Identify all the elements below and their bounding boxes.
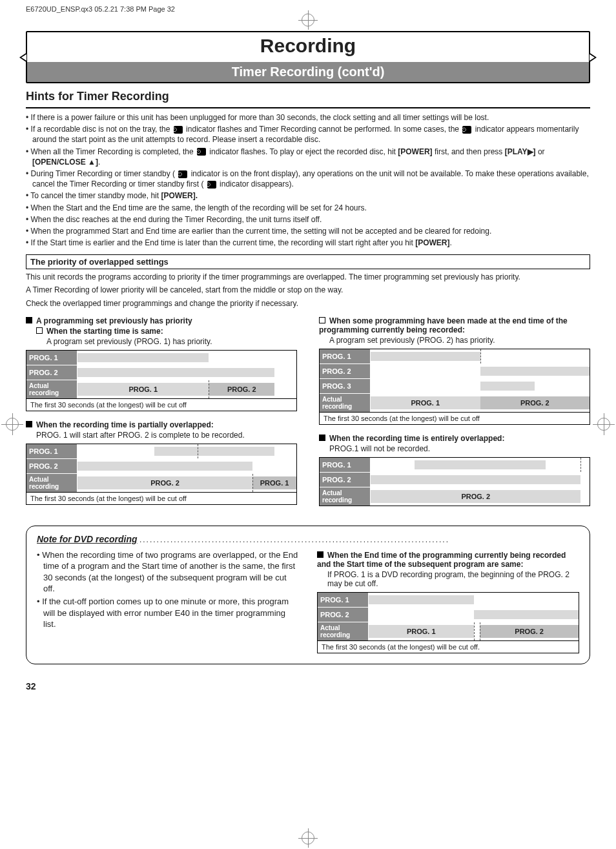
diagram-a: PROG. 1 PROG. 2 Actual recording PROG. 1… <box>26 350 297 411</box>
case-text-a: A program set previously (PROG. 1) has p… <box>46 337 297 346</box>
timer-icon: ⏲ <box>197 148 206 156</box>
hint-item: When all the Timer Recording is complete… <box>26 147 590 167</box>
case-head-c: When the recording time is partially ove… <box>26 420 297 429</box>
filled-square-icon <box>26 421 32 427</box>
hint-item: When the programmed Start and End time a… <box>26 226 590 236</box>
filled-square-icon <box>319 435 325 441</box>
priority-para: A Timer Recording of lower priority will… <box>26 285 590 295</box>
case-head-a: A programming set previously has priorit… <box>26 316 297 325</box>
note-heading: Note for DVD recording <box>37 534 138 544</box>
case-text-c: PROG. 1 will start after PROG. 2 is comp… <box>36 431 297 440</box>
hint-item: When the disc reaches at the end during … <box>26 214 590 225</box>
title-frame: Recording Timer Recording (cont'd) <box>26 31 590 83</box>
note-right-text: If PROG. 1 is a DVD recording program, t… <box>327 570 579 588</box>
divider <box>26 107 590 108</box>
hint-item: When the Start and the End time are the … <box>26 203 590 213</box>
page-title: Recording <box>27 32 589 62</box>
hint-item: If there is a power failure or this unit… <box>26 112 590 123</box>
note-box: Note for DVD recording .................… <box>26 526 590 664</box>
note-dots: ........................................… <box>139 535 449 544</box>
case-head-d: When the recording time is entirely over… <box>319 434 590 443</box>
note-left-item: If the cut-off portion comes up to one m… <box>37 596 299 630</box>
subtitle-bar: Timer Recording (cont'd) <box>27 62 589 82</box>
section-heading: Hints for Timer Recording <box>26 90 590 103</box>
hint-item: If a recordable disc is not on the tray,… <box>26 124 590 145</box>
timer-icon: ⏲ <box>174 126 183 134</box>
page-number: 32 <box>26 681 590 691</box>
hint-item: To cancel the timer standby mode, hit [P… <box>26 190 590 201</box>
priority-para: This unit records the programs according… <box>26 272 590 282</box>
timer-icon: ⏲ <box>462 126 471 134</box>
case-text-b: A program set previously (PROG. 2) has p… <box>329 336 590 345</box>
hint-item: If the Start time is earlier and the End… <box>26 238 590 248</box>
note-left-item: When the recording time of two programs … <box>37 549 299 595</box>
note-right-head: When the End time of the programming cur… <box>317 551 579 569</box>
filled-square-icon <box>317 551 323 558</box>
priority-para: Check the overlapped timer programmings … <box>26 298 590 309</box>
diagram-note: PROG. 1 PROG. 2 Actual recording PROG. 1… <box>317 592 579 653</box>
diagram-b: PROG. 1 PROG. 2 PROG. 3 Actual recording… <box>319 349 590 425</box>
diagram-d: PROG. 1 PROG. 2 Actual recording PROG. 2 <box>319 457 590 506</box>
running-head: E6720UD_ENSP.qx3 05.2.21 7:38 PM Page 32 <box>26 5 590 13</box>
open-square-icon <box>36 327 43 334</box>
diagram-c: PROG. 1 PROG. 2 Actual recording PROG. 2… <box>26 444 297 505</box>
hints-list: If there is a power failure or this unit… <box>26 112 590 248</box>
case-subhead-a: When the starting time is same: <box>36 327 297 336</box>
case-text-d: PROG.1 will not be recorded. <box>329 444 590 453</box>
open-square-icon <box>319 317 325 323</box>
hint-item: During Timer Recording or timer standby … <box>26 169 590 189</box>
case-head-b: When some programming have been made at … <box>319 316 590 334</box>
timer-icon: ⏲ <box>207 181 216 189</box>
timer-icon: ⏲ <box>178 170 187 178</box>
priority-box-title: The priority of overlapped settings <box>26 254 590 269</box>
filled-square-icon <box>26 317 32 323</box>
